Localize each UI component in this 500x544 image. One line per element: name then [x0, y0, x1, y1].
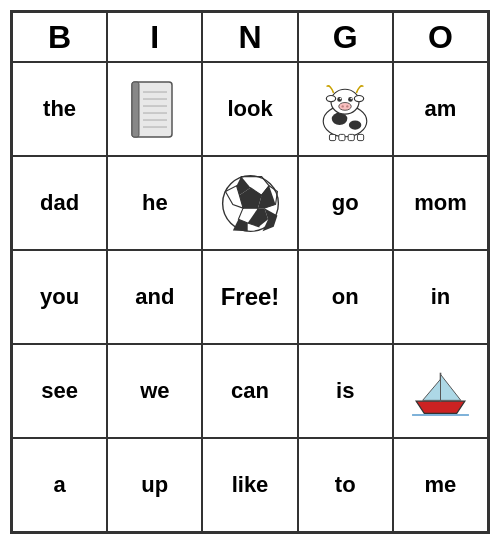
bingo-cell: dad [12, 156, 107, 250]
bingo-cell: we [107, 344, 202, 438]
bingo-row: youandFree!onin [12, 250, 488, 344]
svg-point-15 [348, 97, 353, 102]
bingo-cell: in [393, 250, 488, 344]
bingo-row: dadhe [12, 156, 488, 250]
header-letter: B [12, 12, 107, 62]
bingo-cell: and [107, 250, 202, 344]
bingo-cell [393, 344, 488, 438]
svg-point-10 [349, 120, 361, 129]
bingo-cell: on [298, 250, 393, 344]
svg-point-16 [340, 97, 342, 99]
bingo-cell: the [12, 62, 107, 156]
bingo-row: the look [12, 62, 488, 156]
bingo-cell: can [202, 344, 297, 438]
bingo-row: seewecanis [12, 344, 488, 438]
bingo-cell [298, 62, 393, 156]
svg-rect-22 [339, 134, 345, 140]
bingo-cell: up [107, 438, 202, 532]
svg-rect-23 [348, 134, 354, 140]
header-letter: I [107, 12, 202, 62]
bingo-row: aupliketome [12, 438, 488, 532]
bingo-grid: the look [12, 62, 488, 532]
bingo-cell: am [393, 62, 488, 156]
bingo-card: BINGO the [10, 10, 490, 534]
svg-point-14 [337, 97, 342, 102]
svg-point-17 [351, 97, 353, 99]
svg-point-12 [327, 95, 336, 101]
bingo-cell: he [107, 156, 202, 250]
bingo-cell: Free! [202, 250, 297, 344]
bingo-header: BINGO [12, 12, 488, 62]
svg-rect-24 [358, 134, 364, 140]
bingo-cell: go [298, 156, 393, 250]
svg-point-18 [339, 102, 351, 110]
bingo-cell: you [12, 250, 107, 344]
svg-rect-21 [330, 134, 336, 140]
sailboat-icon [408, 361, 473, 421]
bingo-cell [202, 156, 297, 250]
bingo-cell: mom [393, 156, 488, 250]
bingo-cell: to [298, 438, 393, 532]
svg-rect-1 [132, 82, 139, 137]
book-icon [127, 77, 182, 142]
bingo-cell: a [12, 438, 107, 532]
bingo-cell: me [393, 438, 488, 532]
cow-icon [310, 77, 380, 142]
svg-point-20 [346, 105, 348, 107]
svg-point-19 [342, 105, 344, 107]
header-letter: G [298, 12, 393, 62]
bingo-cell: see [12, 344, 107, 438]
bingo-cell: look [202, 62, 297, 156]
header-letter: N [202, 12, 297, 62]
svg-point-13 [355, 95, 364, 101]
bingo-cell: is [298, 344, 393, 438]
header-letter: O [393, 12, 488, 62]
bingo-cell: like [202, 438, 297, 532]
bingo-cell [107, 62, 202, 156]
soccer-ball-icon [218, 171, 283, 236]
